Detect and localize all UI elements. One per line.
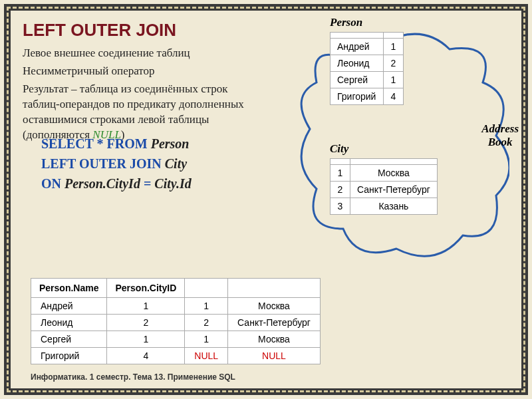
sql-entity: City.Id	[154, 176, 191, 191]
null-cell: NULL	[185, 348, 228, 364]
sql-keyword: LEFT OUTER JOIN	[41, 156, 165, 171]
cell: Григорий	[331, 88, 384, 105]
cell: Санкт-Петербург	[350, 182, 438, 198]
ab-line2: Book	[488, 136, 513, 148]
col-header: Person.Name	[31, 279, 107, 298]
city-table: 1Москва 2Санкт-Петербург 3Казань	[330, 158, 438, 215]
sql-keyword: SELECT * FROM	[41, 136, 151, 151]
description-block: Левое внешнее соединение таблиц Несиммет…	[23, 46, 262, 143]
table-row: 1Москва	[331, 165, 438, 182]
cell: 2	[107, 315, 185, 331]
table-row: Сергей11Москва	[31, 331, 321, 348]
cell: 4	[384, 88, 404, 105]
person-table: Андрей1 Леонид2 Сергей1 Григорий4	[330, 32, 404, 105]
empty-header	[384, 33, 404, 39]
cell: Сергей	[31, 331, 107, 348]
col-header	[185, 279, 228, 298]
cell: 1	[185, 331, 228, 348]
col-header	[228, 279, 321, 298]
cell: 1	[107, 298, 185, 315]
city-table-label: City	[330, 142, 348, 156]
cell: Андрей	[331, 39, 384, 55]
cell: Леонид	[331, 55, 384, 72]
cell: 2	[331, 182, 350, 198]
cell: 2	[185, 315, 228, 331]
diagram-cloud: Person City Address Book Андрей1 Леонид2…	[297, 16, 516, 275]
cell: Казань	[350, 198, 438, 215]
table-row: Сергей1	[331, 72, 404, 88]
cell: Григорий	[31, 348, 107, 364]
empty-header	[331, 159, 350, 165]
cell: Санкт-Петербург	[228, 315, 321, 331]
empty-header	[331, 33, 384, 39]
table-row: Андрей11Москва	[31, 298, 321, 315]
cell: 1	[384, 39, 404, 55]
desc-line1: Левое внешнее соединение таблиц	[23, 46, 262, 61]
table-header-row	[331, 159, 438, 165]
cell: 1	[384, 72, 404, 88]
table-row: Андрей1	[331, 39, 404, 55]
desc-line2: Несимметричный оператор	[23, 64, 262, 79]
table-row: Григорий4NULLNULL	[31, 348, 321, 364]
cell: Леонид	[31, 315, 107, 331]
sql-entity: City	[165, 156, 187, 171]
cell: Андрей	[31, 298, 107, 315]
col-header: Person.CityID	[107, 279, 185, 298]
table-row: 2Санкт-Петербург	[331, 182, 438, 198]
sql-entity: Person	[151, 136, 190, 151]
cell: 1	[185, 298, 228, 315]
cell: 2	[384, 55, 404, 72]
sql-operator: =	[144, 176, 154, 191]
sql-entity: Person.CityId	[65, 176, 144, 191]
person-table-label: Person	[330, 16, 362, 29]
table-row: Леонид2	[331, 55, 404, 72]
table-header-row: Person.Name Person.CityID	[31, 279, 321, 298]
table-header-row	[331, 33, 404, 39]
cell: Сергей	[331, 72, 384, 88]
table-row: Григорий4	[331, 88, 404, 105]
null-cell: NULL	[228, 348, 321, 364]
table-row: 3Казань	[331, 198, 438, 215]
empty-header	[350, 159, 438, 165]
cell: 4	[107, 348, 185, 364]
cell: 1	[107, 331, 185, 348]
cell: Москва	[228, 331, 321, 348]
cell: 3	[331, 198, 350, 215]
result-table: Person.Name Person.CityID Андрей11Москва…	[31, 278, 321, 364]
table-row: Леонид22Санкт-Петербург	[31, 315, 321, 331]
sql-keyword: ON	[41, 176, 65, 191]
cell: Москва	[350, 165, 438, 182]
slide-footer: Информатика. 1 семестр. Тема 13. Примене…	[31, 372, 235, 382]
cell: 1	[331, 165, 350, 182]
desc-text: Результат – таблица из соединённых строк…	[23, 82, 244, 141]
address-book-label: Address Book	[481, 122, 519, 150]
ab-line1: Address	[481, 122, 519, 135]
cell: Москва	[228, 298, 321, 315]
